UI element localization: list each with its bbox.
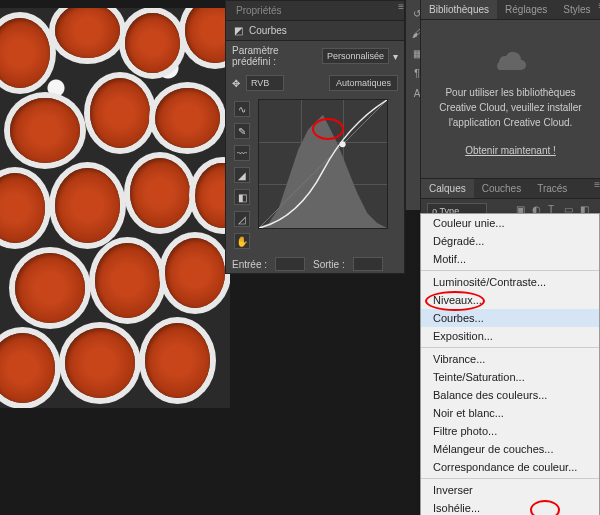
preset-menu-icon[interactable]: ▾ [393,51,398,62]
libraries-body: Pour utiliser les bibliothèques Creative… [421,20,600,178]
tab-styles[interactable]: Styles [555,0,598,19]
menu-item[interactable]: Niveaux... [421,291,599,309]
channel-select[interactable]: RVB [246,75,284,91]
menu-item[interactable]: Isohélie... [421,499,599,515]
menu-item[interactable]: Mélangeur de couches... [421,440,599,458]
svg-line-1 [259,100,387,228]
smooth-tool-icon[interactable]: 〰 [234,145,250,161]
menu-item[interactable]: Teinte/Saturation... [421,368,599,386]
preset-label: Paramètre prédéfini : [232,45,318,67]
tab-libraries[interactable]: Bibliothèques [421,0,497,19]
output-field[interactable] [353,257,383,271]
menu-item[interactable]: Balance des couleurs... [421,386,599,404]
curves-icon: ◩ [234,25,243,36]
menu-item[interactable]: Dégradé... [421,232,599,250]
adjustment-header: ◩ Courbes [226,21,404,41]
pencil-tool-icon[interactable]: ✎ [234,123,250,139]
menu-item[interactable]: Vibrance... [421,350,599,368]
libraries-tabs: Bibliothèques Réglages Styles ≡ [421,0,600,20]
menu-separator [421,347,599,348]
panel-menu-icon[interactable]: ≡ [398,1,404,20]
hand-tool-icon[interactable]: ✋ [234,233,250,249]
curve-tools: ∿ ✎ 〰 ◢ ◧ ◿ ✋ [230,99,254,251]
menu-item[interactable]: Motif... [421,250,599,268]
curve-area: ∿ ✎ 〰 ◢ ◧ ◿ ✋ [226,95,404,255]
curve-point-tool-icon[interactable]: ∿ [234,101,250,117]
white-sampler-icon[interactable]: ◿ [234,211,250,227]
menu-item[interactable]: Luminosité/Contraste... [421,273,599,291]
svg-point-2 [340,141,346,147]
curve-line [259,100,387,228]
menu-item[interactable]: Exposition... [421,327,599,345]
eyedropper-icon[interactable]: ✥ [232,78,240,89]
output-label: Sortie : [313,259,345,270]
adjustment-title: Courbes [249,25,287,36]
cloud-icon [491,40,531,70]
tab-properties[interactable]: Propriétés [226,1,292,20]
menu-item[interactable]: Noir et blanc... [421,404,599,422]
input-field[interactable] [275,257,305,271]
document-canvas[interactable] [0,8,230,408]
preset-row: Paramètre prédéfini : Personnalisée ▾ [226,41,404,71]
menu-separator [421,270,599,271]
input-label: Entrée : [232,259,267,270]
preset-select[interactable]: Personnalisée [322,48,389,64]
curve-graph[interactable] [258,99,388,229]
work-image [0,8,230,408]
libraries-link[interactable]: Obtenir maintenant ! [431,143,590,158]
layers-tabs: Calques Couches Tracés ≡ [421,178,600,199]
libraries-message: Pour utiliser les bibliothèques Creative… [431,85,590,130]
menu-separator [421,478,599,479]
menu-item[interactable]: Filtre photo... [421,422,599,440]
menu-item[interactable]: Couleur unie... [421,214,599,232]
menu-item[interactable]: Correspondance de couleur... [421,458,599,476]
tab-adjustments[interactable]: Réglages [497,0,555,19]
adjustment-layer-menu: Couleur unie...Dégradé...Motif...Luminos… [420,213,600,515]
gray-sampler-icon[interactable]: ◧ [234,189,250,205]
tab-channels[interactable]: Couches [474,179,529,198]
panel-menu-icon[interactable]: ≡ [594,179,600,198]
channel-row: ✥ RVB Automatiques [226,71,404,95]
auto-button[interactable]: Automatiques [329,75,398,91]
tab-paths[interactable]: Tracés [529,179,575,198]
properties-tabs: Propriétés ≡ [226,1,404,21]
tab-layers[interactable]: Calques [421,179,474,198]
black-sampler-icon[interactable]: ◢ [234,167,250,183]
io-row: Entrée : Sortie : [226,255,404,273]
menu-item[interactable]: Inverser [421,481,599,499]
properties-panel: Propriétés ≡ ◩ Courbes Paramètre prédéfi… [225,0,405,274]
menu-item[interactable]: Courbes... [421,309,599,327]
